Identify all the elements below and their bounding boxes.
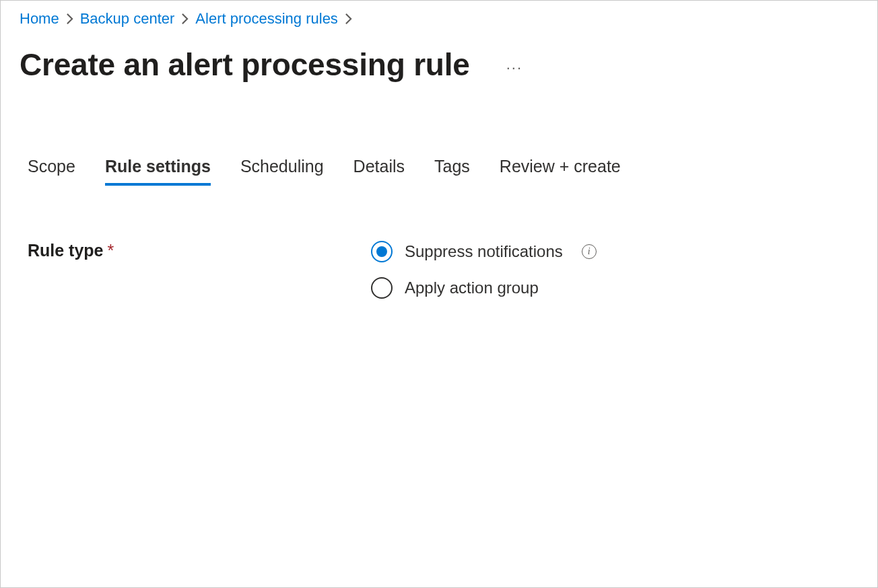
chevron-right-icon <box>66 13 73 25</box>
tab-rule-settings[interactable]: Rule settings <box>105 157 211 186</box>
radio-option-apply-action-group[interactable]: Apply action group <box>371 277 597 299</box>
radio-label: Apply action group <box>405 279 539 297</box>
tab-review-create[interactable]: Review + create <box>500 157 621 186</box>
breadcrumb-link-alert-processing-rules[interactable]: Alert processing rules <box>195 10 338 28</box>
tab-scheduling[interactable]: Scheduling <box>240 157 324 186</box>
info-icon[interactable]: i <box>582 244 597 259</box>
tab-tags[interactable]: Tags <box>434 157 470 186</box>
radio-group-rule-type: Suppress notifications i Apply action gr… <box>371 241 597 299</box>
field-label-rule-type: Rule type <box>28 241 104 260</box>
radio-icon <box>371 277 393 299</box>
tabs: Scope Rule settings Scheduling Details T… <box>28 157 858 186</box>
radio-dot-icon <box>376 246 387 257</box>
chevron-right-icon <box>181 13 189 25</box>
required-indicator: * <box>108 241 114 260</box>
radio-label: Suppress notifications <box>405 242 563 261</box>
chevron-right-icon <box>345 13 352 25</box>
tab-scope[interactable]: Scope <box>28 157 75 186</box>
radio-icon <box>371 241 393 262</box>
tab-details[interactable]: Details <box>353 157 405 186</box>
more-actions-button[interactable]: ... <box>502 53 527 76</box>
breadcrumb: Home Backup center Alert processing rule… <box>20 10 858 28</box>
page-title: Create an alert processing rule <box>20 46 470 83</box>
field-rule-type: Rule type * Suppress notifications i App… <box>28 241 858 299</box>
breadcrumb-link-backup-center[interactable]: Backup center <box>80 10 175 28</box>
radio-option-suppress-notifications[interactable]: Suppress notifications i <box>371 241 597 262</box>
breadcrumb-link-home[interactable]: Home <box>20 10 59 28</box>
